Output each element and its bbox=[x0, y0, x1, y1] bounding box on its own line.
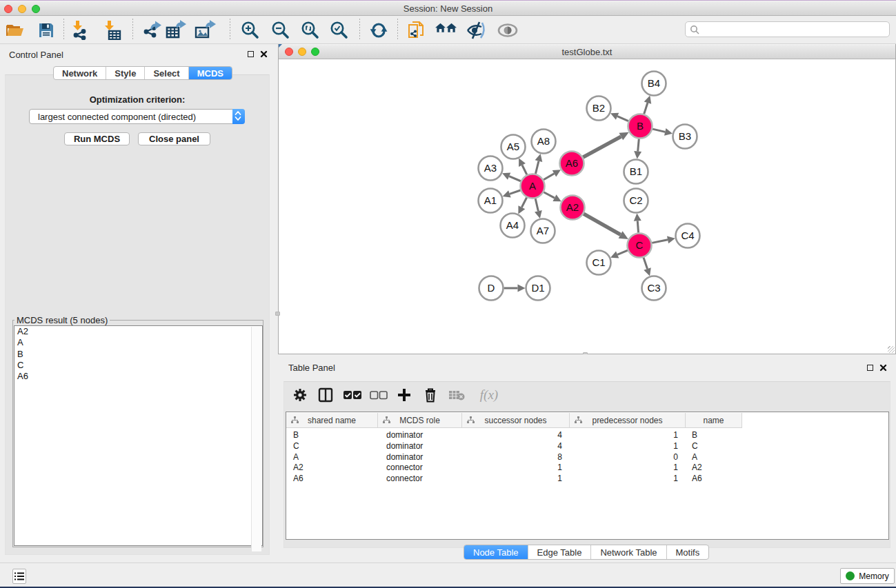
tab-select[interactable]: Select bbox=[145, 67, 188, 79]
tab-mcds[interactable]: MCDS bbox=[189, 67, 232, 79]
search-input[interactable] bbox=[685, 21, 890, 37]
table-panel-title: Table Panel bbox=[288, 363, 335, 373]
cell-name: A2 bbox=[692, 462, 702, 473]
mcds-result-item[interactable]: B bbox=[14, 349, 262, 360]
window-resize-grip[interactable] bbox=[888, 346, 895, 353]
graph-node-label-B4: B4 bbox=[648, 77, 660, 89]
close-panel-button[interactable]: Close panel bbox=[138, 132, 210, 145]
add-row-icon[interactable] bbox=[393, 384, 415, 406]
mcds-result-item[interactable]: C bbox=[14, 360, 262, 371]
zoom-selected-icon[interactable] bbox=[328, 19, 350, 41]
search-icon bbox=[690, 25, 699, 34]
column-sort-icon bbox=[575, 416, 582, 424]
export-table-icon[interactable] bbox=[166, 19, 188, 41]
edge-A2-C[interactable] bbox=[584, 214, 621, 234]
edge-B-B4[interactable] bbox=[644, 103, 648, 114]
column-sort-icon bbox=[467, 416, 475, 424]
clone-network-icon[interactable] bbox=[406, 19, 428, 41]
cell-mcds-role: connector bbox=[386, 462, 423, 473]
cell-mcds-role: connector bbox=[386, 473, 423, 484]
task-history-button[interactable] bbox=[12, 569, 26, 584]
tab-motifs[interactable]: Motifs bbox=[667, 545, 709, 559]
table-row-A6[interactable]: A6connector11A6 bbox=[286, 473, 888, 484]
edge-C-C1[interactable] bbox=[617, 250, 628, 254]
column-header-successor-nodes[interactable]: successor nodes bbox=[462, 413, 570, 428]
column-header-name[interactable]: name bbox=[686, 413, 742, 428]
eye-icon[interactable] bbox=[497, 19, 519, 41]
mcds-list-scrollbar[interactable] bbox=[251, 327, 261, 551]
table-row-A[interactable]: Adominator80A bbox=[286, 452, 888, 463]
mcds-result-item[interactable]: A6 bbox=[14, 371, 262, 382]
edge-C-C3[interactable] bbox=[644, 258, 648, 270]
hide-details-icon[interactable] bbox=[466, 19, 488, 41]
mcds-result-item[interactable]: A bbox=[14, 337, 262, 348]
cell-name: A6 bbox=[692, 473, 702, 484]
edge-A-A4[interactable] bbox=[521, 197, 526, 207]
edge-B-B3[interactable] bbox=[653, 129, 665, 132]
graph-node-label-B: B bbox=[637, 120, 644, 132]
column-header-shared-name[interactable]: shared name bbox=[286, 413, 378, 428]
column-header-MCDS-role[interactable]: MCDS role bbox=[378, 413, 462, 428]
import-network-icon[interactable] bbox=[70, 19, 92, 41]
tab-edge-table[interactable]: Edge Table bbox=[528, 545, 592, 559]
edge-A-A3[interactable] bbox=[509, 176, 521, 181]
zoom-out-icon[interactable] bbox=[269, 19, 291, 41]
mcds-result-list[interactable]: A2ABCA6 bbox=[14, 325, 263, 546]
export-network-icon[interactable] bbox=[141, 19, 163, 41]
column-header-predecessor-nodes[interactable]: predecessor nodes bbox=[570, 413, 686, 428]
run-mcds-button[interactable]: Run MCDS bbox=[64, 132, 130, 145]
tab-network-table[interactable]: Network Table bbox=[591, 545, 666, 559]
tab-network[interactable]: Network bbox=[54, 67, 106, 79]
memory-button[interactable]: Memory bbox=[840, 568, 895, 584]
function-builder-icon[interactable]: f(x) bbox=[474, 384, 504, 406]
tab-node-table[interactable]: Node Table bbox=[464, 545, 528, 559]
edge-C-C2[interactable] bbox=[637, 221, 638, 232]
show-columns-icon[interactable] bbox=[315, 384, 337, 406]
export-image-icon[interactable] bbox=[195, 19, 217, 41]
table-row-A2[interactable]: A2connector11A2 bbox=[286, 462, 888, 473]
vertical-splitter-handle[interactable] bbox=[275, 312, 280, 316]
edge-A-A1[interactable] bbox=[510, 190, 521, 194]
table-settings-gear-icon[interactable] bbox=[289, 384, 311, 406]
edge-B-B2[interactable] bbox=[617, 116, 628, 121]
cell-shared-name: B bbox=[293, 429, 299, 440]
home-view-icon[interactable] bbox=[435, 19, 457, 41]
tab-style[interactable]: Style bbox=[106, 67, 145, 79]
import-table-icon[interactable] bbox=[103, 19, 125, 41]
edge-A-A7[interactable] bbox=[535, 199, 538, 211]
save-session-icon[interactable] bbox=[35, 19, 57, 41]
edge-C-C4[interactable] bbox=[652, 240, 668, 243]
table-row-C[interactable]: Cdominator41C bbox=[286, 440, 888, 452]
table-row-B[interactable]: Bdominator41B bbox=[286, 429, 888, 440]
memory-label: Memory bbox=[859, 571, 888, 581]
table-float-icon[interactable] bbox=[867, 365, 873, 371]
memory-status-icon bbox=[846, 571, 855, 580]
refresh-icon[interactable] bbox=[368, 19, 390, 41]
edge-A6-B[interactable] bbox=[583, 136, 621, 157]
edge-A-A6[interactable] bbox=[544, 174, 554, 180]
window-corner-resize-mark[interactable] bbox=[279, 44, 282, 48]
edge-A-A8[interactable] bbox=[535, 161, 539, 174]
deselect-all-checks-icon[interactable] bbox=[368, 384, 390, 406]
table-close-icon[interactable] bbox=[879, 364, 887, 372]
close-panel-icon[interactable] bbox=[260, 50, 268, 58]
delete-row-trash-icon[interactable] bbox=[419, 384, 441, 406]
mcds-result-item[interactable]: A2 bbox=[14, 326, 262, 337]
graph-node-label-A3: A3 bbox=[484, 162, 497, 174]
edge-A-A5[interactable] bbox=[522, 165, 527, 174]
network-window-titlebar[interactable]: testGlobe.txt bbox=[279, 44, 895, 59]
zoom-fit-icon[interactable] bbox=[299, 19, 321, 41]
open-file-icon[interactable] bbox=[4, 19, 26, 41]
arrowhead-B-B1 bbox=[634, 151, 641, 159]
network-graph[interactable]: AA1A2A3A4A5A6A7A8BB1B2B3B4CC1C2C3C4DD1 bbox=[279, 59, 893, 350]
network-window: testGlobe.txt AA1A2A3A4A5A6A7A8BB1B2B3B4… bbox=[278, 44, 896, 354]
select-all-checks-icon[interactable] bbox=[341, 384, 364, 406]
arrowhead-C-C2 bbox=[634, 213, 641, 221]
edge-A-A2[interactable] bbox=[544, 192, 555, 198]
zoom-in-icon[interactable] bbox=[239, 19, 261, 41]
float-panel-icon[interactable] bbox=[248, 51, 254, 57]
edge-B-B1[interactable] bbox=[638, 139, 639, 151]
criterion-dropdown[interactable]: largest connected component (directed) bbox=[29, 109, 245, 124]
delete-table-icon[interactable] bbox=[446, 384, 468, 406]
graph-node-label-B1: B1 bbox=[630, 165, 642, 177]
